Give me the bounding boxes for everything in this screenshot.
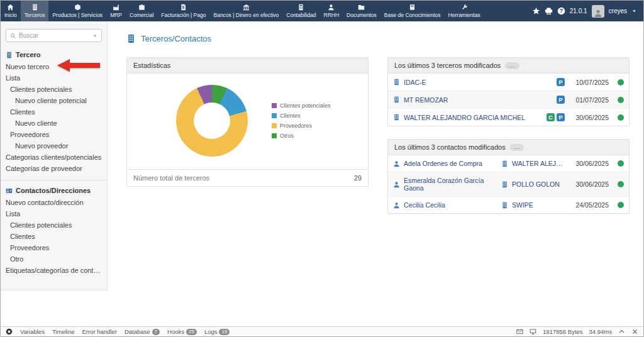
- badge-group: P: [540, 96, 565, 104]
- debugbar-right: 1917856 Bytes 34.94ms: [516, 328, 638, 335]
- debugbar-item-variables[interactable]: Variables: [20, 328, 45, 335]
- bookmarks-star-icon[interactable]: [532, 7, 540, 15]
- invoice-icon: [180, 4, 187, 11]
- debugbar-item-hooks[interactable]: Hooks25: [167, 328, 197, 335]
- sidebar-item-otro[interactable]: Otro: [1, 253, 107, 265]
- person-icon: [328, 4, 335, 11]
- topbar-item-bancos-dinero-en-efectivo[interactable]: Bancos | Dinero en efectivo: [209, 1, 282, 21]
- sidebar-section: Contactos/DireccionesNuevo contacto/dire…: [1, 180, 107, 279]
- debugbar-icon[interactable]: [6, 328, 13, 335]
- topbar-item-rrhh[interactable]: RRHH: [320, 1, 343, 21]
- tercero-link[interactable]: MT REMOZAR: [393, 96, 540, 104]
- donut-chart: [176, 85, 248, 157]
- monitor-icon[interactable]: [530, 328, 536, 335]
- badge-p[interactable]: P: [557, 96, 565, 104]
- contact-link[interactable]: Cecilia Cecilia: [393, 201, 501, 209]
- debugbar: VariablesTimelineError handlerDatabase7H…: [1, 326, 643, 336]
- topbar-item-base-de-conocimientos[interactable]: Base de Conocimientos: [380, 1, 445, 21]
- contactos-panel: Los últimos 3 contactos modificados ... …: [387, 139, 630, 214]
- building-icon: [393, 96, 400, 103]
- close-icon[interactable]: [631, 328, 638, 335]
- topbar-item-herramientas[interactable]: Herramientas: [445, 1, 484, 21]
- search-icon: [10, 33, 16, 39]
- chevron-down-icon[interactable]: [631, 8, 637, 14]
- sidebar-item-nuevo-cliente[interactable]: Nuevo cliente: [1, 118, 107, 129]
- topbar-item-facturaci-n-pago[interactable]: Facturación | Pago: [157, 1, 209, 21]
- sidebar-item-clientes[interactable]: Clientes: [1, 106, 107, 118]
- chevron-up-icon[interactable]: [618, 328, 625, 335]
- debugbar-item-error-handler[interactable]: Error handler: [82, 328, 116, 335]
- topbar-item-productos-servicios[interactable]: Productos | Servicios: [48, 1, 106, 21]
- modified-date: 30/06/2025: [565, 160, 609, 167]
- contact-link[interactable]: Adela Ordenes de Compra: [393, 160, 501, 167]
- debugbar-items: VariablesTimelineError handlerDatabase7H…: [20, 328, 230, 335]
- sidebar-item-etiquetas-categor-as-de-contactos[interactable]: Etiquetas/categorías de contactos: [1, 265, 107, 276]
- badge-p[interactable]: P: [557, 113, 565, 121]
- topbar-item-documentos[interactable]: Documentos: [343, 1, 380, 21]
- debugbar-item-timeline[interactable]: Timeline: [52, 328, 75, 335]
- modified-date: 30/06/2025: [565, 180, 609, 188]
- chevron-down-icon[interactable]: [92, 33, 97, 38]
- sidebar-section-title-contactos-direcciones[interactable]: Contactos/Direcciones: [1, 184, 107, 197]
- terceros-header-text: Los últimos 3 terceros modificados: [394, 62, 501, 69]
- badge-c[interactable]: C: [547, 113, 555, 121]
- right-column: Los últimos 3 terceros modificados ... I…: [387, 57, 630, 214]
- modified-date: 30/06/2025: [565, 114, 609, 121]
- sidebar-item-nuevo-cliente-potencial[interactable]: Nuevo cliente potencial: [1, 95, 107, 106]
- username-label[interactable]: creyes: [609, 8, 627, 14]
- company-link[interactable]: WALTER ALEJANDRO G...: [501, 160, 565, 167]
- main-content: Terceros/Contactos Estadísticas Clientes…: [108, 21, 643, 214]
- modified-date: 01/07/2025: [565, 96, 609, 104]
- calculator-icon: [297, 4, 304, 11]
- badge-p[interactable]: P: [557, 78, 565, 86]
- sidebar-item-nuevo-contacto-direcci-n[interactable]: Nuevo contacto/dirección: [1, 197, 107, 208]
- topbar-item-comercial[interactable]: Comercial: [126, 1, 157, 21]
- user-avatar[interactable]: [592, 5, 604, 18]
- building-icon: [501, 202, 508, 209]
- book-icon: [409, 4, 416, 11]
- search-input[interactable]: [19, 32, 90, 39]
- sidebar-item-clientes-potenciales[interactable]: Clientes potenciales: [1, 219, 107, 231]
- modified-date: 10/07/2025: [565, 79, 609, 86]
- contacto-row: Adela Ordenes de CompraWALTER ALEJANDRO …: [388, 155, 629, 172]
- more-button[interactable]: ...: [510, 144, 525, 151]
- sidebar-item-categorias-clientes-potenciales[interactable]: Categorias clientes/potenciales: [1, 152, 107, 163]
- help-icon[interactable]: ?: [557, 7, 565, 15]
- sidebar-item-nuevo-proveedor[interactable]: Nuevo proveedor: [1, 140, 107, 152]
- sidebar-item-proveedores[interactable]: Proveedores: [1, 129, 107, 140]
- status-dot: [618, 114, 624, 121]
- memory-usage: 1917856 Bytes: [543, 328, 582, 335]
- more-button[interactable]: ...: [505, 62, 519, 69]
- page-title: Terceros/Contactos: [126, 34, 628, 43]
- sidebar-item-lista[interactable]: Lista: [1, 72, 107, 84]
- company-link[interactable]: SWIPE: [501, 201, 565, 209]
- briefcase-icon: [138, 4, 145, 11]
- topbar-item-terceros[interactable]: Terceros: [21, 1, 49, 21]
- sidebar-item-categor-as-de-proveedor[interactable]: Categorías de proveedor: [1, 163, 107, 174]
- count-badge: 15: [219, 329, 230, 335]
- print-icon[interactable]: [545, 7, 553, 15]
- sidebar-item-lista[interactable]: Lista: [1, 208, 107, 219]
- page-title-text: Terceros/Contactos: [141, 34, 211, 43]
- topbar: InicioTercerosProductos | ServiciosMRPCo…: [1, 1, 643, 21]
- contact-link[interactable]: Esmeralda Corazón García Gaona: [393, 177, 501, 192]
- request-time: 34.94ms: [589, 328, 612, 335]
- topbar-item-inicio[interactable]: Inicio: [1, 1, 21, 21]
- envelope-icon[interactable]: [516, 328, 523, 335]
- company-link[interactable]: POLLO GOLON: [501, 180, 565, 188]
- contacto-row: Cecilia CeciliaSWIPE24/05/2025: [388, 196, 629, 213]
- tercero-link[interactable]: IDAC-E: [393, 79, 540, 86]
- sidebar-item-clientes[interactable]: Clientes: [1, 231, 107, 242]
- topbar-item-mrp[interactable]: MRP: [106, 1, 126, 21]
- topbar-item-contabilidad[interactable]: Contabilidad: [282, 1, 319, 21]
- legend-item: Proveedores: [272, 123, 331, 129]
- modified-date: 24/05/2025: [565, 201, 609, 209]
- sidebar-item-proveedores[interactable]: Proveedores: [1, 242, 107, 253]
- tercero-link[interactable]: WALTER ALEJANDRO GARCIA MICHEL: [393, 114, 540, 121]
- page-body: TerceroNuevo terceroListaClientes potenc…: [1, 21, 643, 336]
- status-dot: [618, 181, 624, 187]
- count-badge: 25: [186, 329, 197, 335]
- debugbar-item-database[interactable]: Database7: [125, 328, 160, 335]
- debugbar-item-logs[interactable]: Logs15: [204, 328, 230, 335]
- sidebar-item-clientes-potenciales[interactable]: Clientes potenciales: [1, 84, 107, 95]
